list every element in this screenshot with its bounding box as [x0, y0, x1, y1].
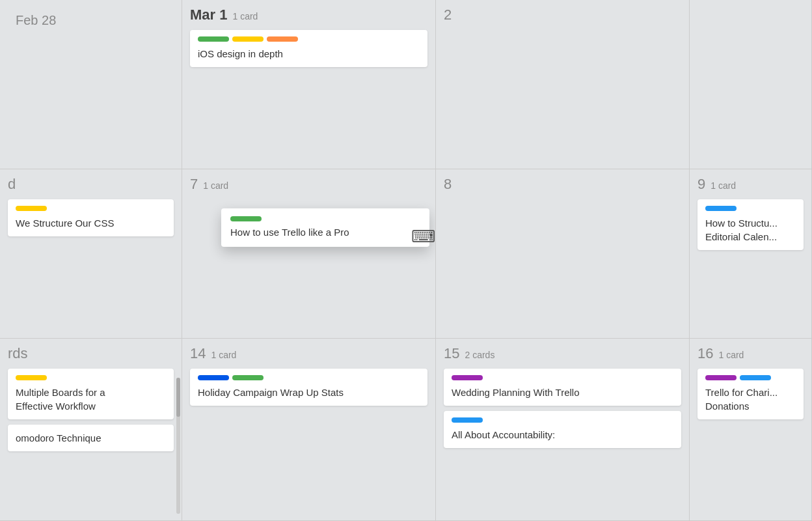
day-num-mar8: 8 [444, 176, 452, 193]
grab-cursor-icon: ⌨ [411, 227, 436, 247]
scrollbar[interactable] [176, 378, 180, 514]
cell-header-mar9: 9 1 card [697, 176, 804, 193]
card-labels-holiday [198, 375, 420, 380]
card-title-structure: How to Structu...Editorial Calen... [705, 216, 796, 244]
day-num-mar2: 2 [444, 7, 452, 23]
card-labels-ios [198, 36, 420, 42]
day-num-mar1: Mar 1 [190, 7, 227, 23]
ghost-card-title: How to use Trello like a Pro [230, 225, 420, 239]
card-how-to-structure[interactable]: How to Structu...Editorial Calen... [697, 199, 804, 250]
card-accountability[interactable]: All About Accountability: [444, 411, 681, 448]
card-count-mar7: 1 card [203, 180, 228, 191]
card-title-charity: Trello for Chari...Donations [705, 386, 796, 413]
label-blue-charity [740, 375, 771, 380]
card-labels-boards [16, 375, 166, 380]
cell-feb28: Feb 28 [0, 0, 182, 169]
label-yellow [232, 36, 264, 42]
cell-header-mar1: Mar 1 1 card [190, 7, 427, 23]
card-title-wedding: Wedding Planning With Trello [452, 386, 673, 399]
ghost-card-labels [230, 216, 420, 221]
card-labels-structure [705, 206, 796, 211]
cell-header-mar14: 14 1 card [190, 345, 427, 362]
cell-header-mar7: 7 1 card [190, 176, 427, 193]
card-count-mar14: 1 card [211, 350, 236, 360]
day-num-mar15: 15 [444, 345, 459, 362]
cell-header-mar2: 2 [444, 7, 681, 23]
cell-header-mar14-left: rds [8, 345, 174, 362]
cell-mar16: 16 1 card Trello for Chari...Donations [690, 339, 812, 521]
card-wedding-planning[interactable]: Wedding Planning With Trello [444, 369, 681, 406]
label-orange [267, 36, 298, 42]
card-count-mar15: 2 cards [465, 350, 494, 360]
cell-mar15: 15 2 cards Wedding Planning With Trello … [436, 339, 690, 521]
cell-mar1: Mar 1 1 card iOS design in depth [182, 0, 436, 169]
label-blue-accountability [452, 417, 483, 423]
label-green-holiday [232, 375, 264, 380]
card-title-accountability: All About Accountability: [452, 428, 673, 442]
card-count-mar16: 1 card [718, 350, 744, 360]
cell-mar14: 14 1 card Holiday Campaign Wrap Up Stats [182, 339, 436, 521]
card-labels-charity [705, 375, 796, 380]
day-label-feb28: Feb 28 [8, 7, 174, 35]
cell-mar7: 7 1 card How to use Trello like a Pro ⌨ [182, 169, 436, 339]
label-green [198, 36, 229, 42]
ghost-label-green [230, 216, 262, 221]
card-labels-css [16, 206, 166, 211]
cell-mar9: 9 1 card How to Structu...Editorial Cale… [690, 169, 812, 339]
card-holiday-campaign[interactable]: Holiday Campaign Wrap Up Stats [190, 369, 427, 406]
card-ios-design[interactable]: iOS design in depth [190, 30, 427, 67]
card-title-boards: Multiple Boards for aEffective Workflow [16, 386, 166, 413]
day-num-mar16: 16 [697, 345, 713, 362]
card-labels-accountability [452, 417, 673, 423]
label-purple-charity [705, 375, 737, 380]
label-blue-structure [705, 206, 737, 211]
label-yellow-boards [16, 375, 47, 380]
card-labels-wedding [452, 375, 673, 380]
cell-mar2: 2 [436, 0, 690, 169]
day-num-mar14: 14 [190, 345, 206, 362]
scrollbar-thumb [176, 378, 180, 417]
card-title-css: We Structure Our CSS [16, 216, 166, 230]
cell-header-mar15: 15 2 cards [444, 345, 681, 362]
cell-mar2-overflow [690, 0, 812, 169]
calendar-grid: Feb 28 Mar 1 1 card iOS design in depth … [0, 0, 812, 521]
card-title-holiday: Holiday Campaign Wrap Up Stats [198, 386, 420, 399]
day-num-mar14-left: rds [8, 345, 28, 362]
card-trello-charity[interactable]: Trello for Chari...Donations [697, 369, 804, 419]
day-num-mar7: 7 [190, 176, 198, 193]
label-yellow-css [16, 206, 47, 211]
cell-header-mar8: 8 [444, 176, 681, 193]
day-num-mar7-left: d [8, 176, 16, 193]
card-pomodoro[interactable]: omodoro Technique [8, 425, 174, 451]
card-multiple-boards[interactable]: Multiple Boards for aEffective Workflow [8, 369, 174, 419]
label-blue-holiday [198, 375, 229, 380]
label-purple-wedding [452, 375, 483, 380]
cell-header-mar16: 16 1 card [697, 345, 804, 362]
cell-mar8: 8 [436, 169, 690, 339]
card-count-mar9: 1 card [710, 180, 736, 191]
cell-mar7-left: d We Structure Our CSS [0, 169, 182, 339]
cell-mar14-left: rds Multiple Boards for aEffective Workf… [0, 339, 182, 521]
card-count-mar1: 1 card [232, 11, 258, 21]
day-num-mar9: 9 [697, 176, 705, 193]
card-we-structure-css[interactable]: We Structure Our CSS [8, 199, 174, 236]
card-title-ios: iOS design in depth [198, 47, 420, 61]
card-title-pomodoro: omodoro Technique [16, 431, 166, 445]
drag-ghost-card[interactable]: How to use Trello like a Pro ⌨ [221, 208, 429, 247]
cell-header-mar7-left: d [8, 176, 174, 193]
